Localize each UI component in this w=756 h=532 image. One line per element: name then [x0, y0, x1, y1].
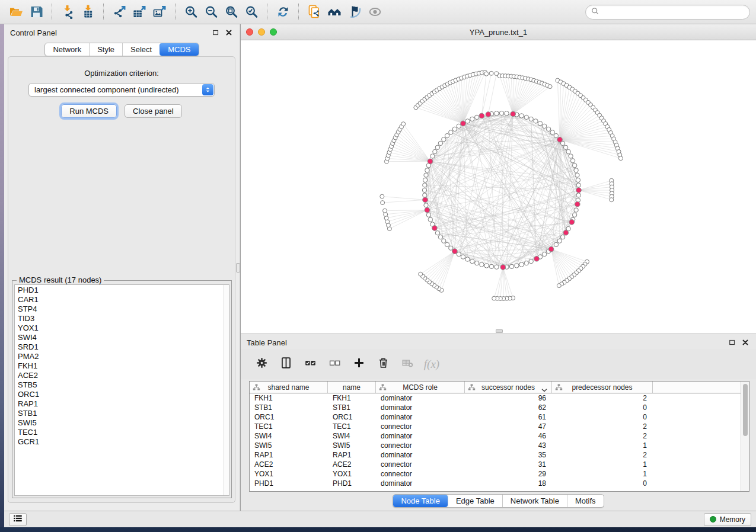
zoom-out-button[interactable]: [201, 2, 221, 21]
mcds-node[interactable]: [569, 220, 575, 225]
mcds-node[interactable]: [557, 137, 563, 142]
table-row-YOX1[interactable]: YOX1YOX1connector291: [250, 469, 749, 479]
table-row-TEC1[interactable]: TEC1TEC1connector472: [250, 422, 749, 431]
mcds-result-item[interactable]: SWI5: [15, 418, 224, 428]
tab-network[interactable]: Network: [45, 43, 89, 56]
float-panel-button[interactable]: [211, 28, 221, 37]
mcds-node[interactable]: [423, 197, 428, 203]
table-row-ORC1[interactable]: ORC1ORC1dominator610: [250, 412, 749, 422]
import-network-button[interactable]: [58, 2, 78, 21]
mcds-node[interactable]: [576, 188, 582, 193]
table-scrollbar-thumb[interactable]: [743, 384, 748, 436]
first-neighbors-button[interactable]: [324, 2, 344, 21]
mcds-node[interactable]: [511, 111, 516, 117]
export-network-button[interactable]: [109, 2, 129, 21]
zoom-fit-button[interactable]: [221, 2, 241, 21]
import-table-button[interactable]: [78, 2, 98, 21]
network-canvas[interactable]: [241, 40, 756, 334]
column-header-name[interactable]: name: [328, 382, 376, 393]
mcds-result-item[interactable]: STB1: [15, 409, 224, 418]
mcds-list-scrollbar[interactable]: [224, 285, 229, 495]
criterion-select[interactable]: largest connected component (undirected): [28, 83, 215, 97]
table-row-ACE2[interactable]: ACE2ACE2connector311: [250, 460, 749, 469]
column-header-MCDS-role[interactable]: MCDS role: [376, 382, 465, 393]
select-all-columns-button[interactable]: [302, 357, 318, 372]
table-tab-motifs[interactable]: Motifs: [567, 495, 604, 507]
mcds-node[interactable]: [575, 201, 580, 207]
column-header-shared-name[interactable]: shared name: [250, 382, 328, 393]
mcds-result-item[interactable]: TID3: [15, 314, 224, 323]
canvas-splitter-handle[interactable]: [496, 329, 503, 333]
show-all-button[interactable]: [365, 2, 385, 21]
task-history-button[interactable]: [9, 513, 27, 526]
unselect-all-columns-button[interactable]: [327, 357, 342, 372]
open-file-button[interactable]: [6, 2, 26, 21]
mcds-result-item[interactable]: PMA2: [15, 352, 224, 361]
table-row-STB1[interactable]: STB1STB1dominator620: [250, 403, 749, 412]
table-tab-network-table[interactable]: Network Table: [502, 495, 567, 507]
network-graph[interactable]: [241, 40, 756, 334]
mcds-result-item[interactable]: PHD1: [15, 286, 224, 295]
close-panel-button-mcds[interactable]: Close panel: [125, 104, 182, 118]
hide-selected-button[interactable]: [344, 2, 365, 21]
mcds-node[interactable]: [479, 113, 484, 118]
add-column-button[interactable]: [351, 357, 366, 372]
mcds-node[interactable]: [534, 257, 540, 262]
left-desktop-strip: [0, 24, 4, 527]
table-row-SWI4[interactable]: SWI4SWI4dominator462: [250, 431, 749, 441]
mcds-node[interactable]: [452, 249, 458, 254]
mcds-node[interactable]: [428, 159, 433, 164]
mcds-result-item[interactable]: YOX1: [15, 323, 224, 333]
delete-column-button[interactable]: [375, 357, 391, 372]
panel-splitter-handle[interactable]: [236, 263, 240, 273]
mcds-result-item[interactable]: FKH1: [15, 361, 224, 371]
close-panel-button[interactable]: [224, 28, 234, 37]
mcds-node[interactable]: [432, 226, 438, 231]
table-row-FKH1[interactable]: FKH1FKH1dominator962: [250, 393, 749, 403]
mcds-node[interactable]: [486, 112, 491, 117]
mcds-result-item[interactable]: ACE2: [15, 371, 224, 380]
float-table-panel-button[interactable]: [728, 338, 737, 347]
mcds-result-item[interactable]: TEC1: [15, 428, 224, 437]
column-header-predecessor-nodes[interactable]: predecessor nodes: [552, 382, 653, 393]
export-image-button[interactable]: [149, 2, 170, 21]
close-table-panel-button[interactable]: [741, 338, 750, 347]
mcds-result-item[interactable]: SRD1: [15, 342, 224, 352]
tab-style[interactable]: Style: [89, 43, 122, 56]
tab-select[interactable]: Select: [122, 43, 160, 56]
mcds-result-item[interactable]: SWI4: [15, 333, 224, 342]
mcds-result-list[interactable]: PHD1CAR1STP4TID3YOX1SWI4SRD1PMA2FKH1ACE2…: [14, 284, 229, 496]
zoom-selected-button[interactable]: [241, 2, 261, 21]
table-tab-node-table[interactable]: Node Table: [393, 495, 448, 507]
mcds-node[interactable]: [563, 230, 569, 236]
memory-button[interactable]: Memory: [704, 513, 751, 526]
tab-mcds[interactable]: MCDS: [160, 43, 198, 56]
mcds-result-item[interactable]: CAR1: [15, 295, 224, 305]
table-row-SWI5[interactable]: SWI5SWI5connector431: [250, 441, 749, 450]
mcds-result-item[interactable]: ORC1: [15, 390, 224, 399]
column-settings-button[interactable]: [254, 357, 269, 372]
network-from-selection-button[interactable]: [304, 2, 324, 21]
column-header-successor-nodes[interactable]: successor nodes: [465, 382, 552, 393]
network-window-titlebar[interactable]: YPA_prune.txt_1: [241, 24, 756, 40]
mcds-node[interactable]: [548, 246, 554, 252]
mcds-result-item[interactable]: RAP1: [15, 399, 224, 409]
search-input[interactable]: [599, 8, 745, 16]
mcds-node[interactable]: [425, 207, 430, 213]
save-session-button[interactable]: [26, 2, 46, 21]
apply-layout-button[interactable]: [273, 2, 293, 21]
zoom-in-button[interactable]: [181, 2, 201, 21]
mcds-result-item[interactable]: GCR1: [15, 437, 224, 447]
export-table-button[interactable]: [129, 2, 149, 21]
table-tab-edge-table[interactable]: Edge Table: [448, 495, 502, 507]
mcds-node[interactable]: [461, 121, 466, 126]
mcds-result-item[interactable]: STB5: [15, 380, 224, 390]
table-vertical-scrollbar[interactable]: [741, 382, 749, 491]
run-mcds-button[interactable]: Run MCDS: [61, 104, 117, 118]
split-table-button[interactable]: [278, 357, 294, 372]
search-box[interactable]: [585, 5, 750, 20]
table-row-RAP1[interactable]: RAP1RAP1dominator352: [250, 450, 749, 460]
table-row-PHD1[interactable]: PHD1PHD1dominator180: [250, 479, 749, 488]
mcds-result-item[interactable]: STP4: [15, 305, 224, 314]
mcds-node[interactable]: [500, 265, 506, 270]
